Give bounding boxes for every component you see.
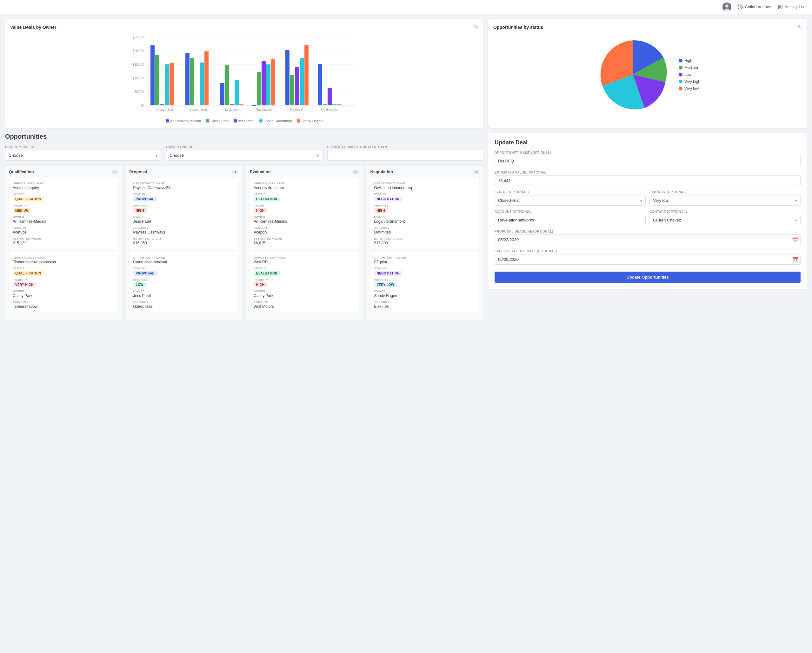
bar-chart-refresh[interactable]: ↻: [474, 24, 478, 30]
estimated-value-input[interactable]: [495, 175, 801, 186]
pie-chart-card: Opportunities by status ↻: [488, 19, 807, 128]
deal-value-owner-timbershadow: Casey Park: [13, 294, 114, 298]
pie-chart-refresh[interactable]: ↻: [798, 24, 802, 30]
svg-rect-35: [252, 105, 256, 106]
legend-label-sandy: Sandy Hagen: [301, 119, 322, 123]
svg-rect-42: [290, 75, 294, 105]
deal-value-owner-acetube: Ari Ramirez-Medina: [13, 219, 114, 224]
activity-log-nav[interactable]: Activity Log: [778, 5, 806, 9]
contact-field: CONTACT (OPTIONAL) Lauren Chavez: [649, 210, 801, 225]
pie-chart-title: Opportunities by status: [493, 25, 543, 30]
pie-legend-very-high: Very high: [679, 79, 700, 84]
svg-text:$0: $0: [140, 104, 144, 107]
svg-rect-30: [225, 65, 229, 105]
update-opportunities-button[interactable]: Update Opportunities: [495, 272, 801, 283]
kanban-col-negotiation-title: Negotiation: [371, 169, 393, 174]
kanban-board: Qualification 1 OPPORTUNITY NAME Acetube…: [5, 166, 483, 320]
deal-label-est-value-o: ESTIMATED VALUE: [374, 237, 476, 240]
deal-value-est-value-acetube: $15,133: [13, 241, 114, 245]
priority-filter-select[interactable]: Choose High Medium Low Very high Very lo…: [5, 150, 161, 161]
deal-label-est-value-e1: ESTIMATED VALUE: [253, 237, 355, 240]
svg-text:Evaluation: Evaluation: [225, 108, 240, 111]
avatar: [722, 3, 731, 11]
svg-rect-48: [323, 104, 327, 105]
legend-sandy: Sandy Hagen: [297, 119, 322, 123]
legend-label-logan: Logan Grandmont: [264, 119, 292, 123]
deal-badge-priority-acepoly: HIGH: [253, 208, 267, 213]
kanban-col-negotiation-header: Negotiation 1: [371, 169, 480, 174]
expected-close-date-input[interactable]: [495, 254, 801, 265]
priority-label: PRIORITY (OPTIONAL): [649, 190, 801, 194]
opportunities-section: Opportunities PRIORITY ONE OF Choose Hig…: [5, 133, 483, 320]
priority-filter-label: PRIORITY ONE OF: [5, 145, 161, 149]
pie-legend-low: Low: [679, 72, 700, 77]
deal-value-owner-payless: Jess Patel: [133, 219, 235, 224]
collaborations-nav[interactable]: Collaborations: [738, 5, 771, 9]
proposal-deadline-input[interactable]: [495, 234, 801, 245]
opportunity-name-input[interactable]: [495, 156, 801, 166]
deal-card-payless: OPPORTUNITY NAME Payless Cashways EU STA…: [130, 178, 239, 249]
kanban-col-evaluation-count: 1: [353, 170, 359, 174]
bar-chart-svg: $25,000 $20,000 $15,000 $10,000 $5,000 $…: [10, 34, 478, 116]
value-filter-input[interactable]: [327, 150, 483, 161]
deal-label-account-et: ACCOUNT: [374, 300, 476, 304]
pie-label-very-low: Very low: [684, 86, 699, 91]
legend-label-casey: Casey Park: [211, 119, 229, 123]
deal-badge-status-wolf: EVALUATION: [253, 271, 280, 276]
deal-value-est-value-acepoly: $6,615: [253, 241, 355, 245]
account-label: ACCOUNT (OPTIONAL): [495, 210, 646, 213]
deal-value-owner-acepoly: Ari Ramirez-Medina: [253, 219, 355, 224]
deal-label-opp-name-g: OPPORTUNITY NAME: [133, 256, 235, 259]
deal-label-opp-name-e1: OPPORTUNITY NAME: [253, 182, 355, 185]
kanban-col-qualification-header: Qualification 1: [9, 169, 118, 174]
deal-badge-priority-payless: HIGH: [133, 208, 147, 213]
svg-rect-44: [300, 58, 304, 105]
deal-label-priority-e1: PRIORITY: [253, 204, 355, 207]
deal-label-priority-o: PRIORITY: [374, 204, 476, 207]
deal-badge-status-et: NEGOTIATION: [374, 271, 402, 276]
deal-value-opp-name-payless: Payless Cashways EU: [133, 186, 235, 190]
priority-filter-group: PRIORITY ONE OF Choose High Medium Low V…: [5, 145, 161, 161]
kanban-col-evaluation-header: Evaluation 1: [250, 169, 359, 174]
deal-label-account-g: ACCOUNT: [133, 300, 235, 304]
svg-text:Qualification: Qualification: [321, 108, 338, 111]
deal-value-opp-name-galerprises: Galerprises renewal: [133, 260, 235, 264]
deal-label-account-ts: ACCOUNT: [13, 300, 114, 304]
deal-label-owner-g: OWNER: [133, 290, 235, 293]
pie-dot-low: [679, 73, 682, 76]
deal-label-opp-name: OPPORTUNITY NAME: [13, 182, 114, 185]
deal-label-owner-w: OWNER: [253, 290, 355, 293]
priority-select[interactable]: Very low Low Medium High Very high: [649, 195, 801, 205]
owner-filter-select[interactable]: Choose Ari Ramirez-Medina Casey Park Jes…: [166, 150, 322, 161]
deal-card-wolf-rfi: OPPORTUNITY NAME Wolf RFI STATUS EVALUAT…: [250, 252, 359, 312]
legend-label-jess: Jess Patel: [238, 119, 254, 123]
bar-chart-card: Value Deals by Owner ↻ $25,000 $20,000 $…: [5, 19, 483, 128]
deal-label-priority-w: PRIORITY: [253, 278, 355, 282]
svg-rect-45: [304, 45, 308, 105]
svg-text:Proposal: Proposal: [290, 108, 302, 111]
section-row: Opportunities PRIORITY ONE OF Choose Hig…: [5, 133, 807, 320]
deal-label-status: STATUS: [13, 193, 114, 196]
status-select[interactable]: Closed–lost Closed–won Evaluation Negoti…: [495, 195, 646, 205]
contact-select[interactable]: Lauren Chavez: [649, 215, 801, 225]
deal-label-status-w: STATUS: [253, 267, 355, 270]
svg-rect-17: [151, 46, 154, 105]
owner-filter-group: OWNER ONE OF Choose Ari Ramirez-Medina C…: [166, 145, 322, 161]
filters-row: PRIORITY ONE OF Choose High Medium Low V…: [5, 145, 483, 161]
proposal-deadline-label: PROPOSAL DEADLINE (OPTIONAL): [495, 230, 801, 233]
status-priority-row: STATUS (OPTIONAL) Closed–lost Closed–won…: [495, 190, 801, 210]
deal-value-account-galerprises: Galerprises: [133, 304, 235, 309]
deal-label-priority-g: PRIORITY: [133, 278, 235, 282]
kanban-col-evaluation-title: Evaluation: [250, 169, 271, 174]
svg-rect-18: [155, 55, 159, 105]
svg-rect-31: [230, 104, 234, 105]
svg-rect-43: [295, 67, 299, 105]
svg-rect-27: [205, 52, 209, 105]
priority-filter-wrap: Choose High Medium Low Very high Very lo…: [5, 150, 161, 161]
legend-label-ari: Ari Ramirez-Medina: [170, 119, 201, 123]
deal-label-est-value-p1: ESTIMATED VALUE: [133, 237, 235, 240]
account-input[interactable]: [495, 215, 646, 225]
expected-close-date-field: EXPECTED CLOSE DATE (OPTIONAL): [495, 250, 801, 265]
value-filter-label: ESTIMATED VALUE GREATER THAN: [327, 145, 483, 149]
svg-text:$5,000: $5,000: [134, 90, 144, 94]
